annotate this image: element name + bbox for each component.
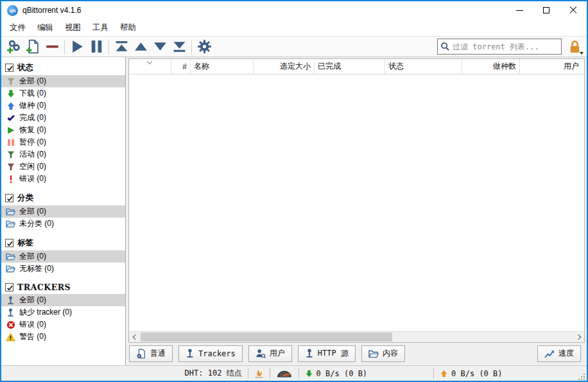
- scrollbar-track[interactable]: [140, 332, 573, 342]
- sidebar-item-label: 全部 (0): [19, 206, 46, 217]
- scroll-right-button[interactable]: [573, 332, 584, 342]
- column-header-peers[interactable]: 用户: [520, 59, 584, 74]
- column-label: #: [182, 62, 187, 71]
- pause-icon: [6, 137, 15, 147]
- sidebar-item-downloading[interactable]: 下载 (0): [1, 87, 125, 100]
- status-checkbox[interactable]: [5, 64, 13, 72]
- maximize-button[interactable]: [533, 1, 560, 19]
- sidebar-item-errored[interactable]: 错误 (0): [1, 173, 125, 185]
- triangle-top-bar-icon: [114, 39, 130, 55]
- close-button[interactable]: [560, 1, 587, 19]
- toolbar-separator: [108, 39, 109, 55]
- sidebar-item-label: 下载 (0): [19, 88, 46, 99]
- categories-checkbox[interactable]: [5, 194, 13, 202]
- alt-speed-toggle[interactable]: [276, 369, 293, 378]
- sidebar-item-status-all[interactable]: 全部 (0): [1, 75, 125, 87]
- maximize-icon: [543, 7, 549, 13]
- app-logo-icon: qb: [7, 5, 18, 16]
- pause-button[interactable]: [87, 38, 106, 56]
- upload-arrow-icon: [440, 369, 448, 378]
- move-top-button[interactable]: [112, 38, 131, 56]
- sidebar-item-inactive[interactable]: 空闲 (0): [1, 161, 125, 173]
- move-bottom-button[interactable]: [169, 38, 189, 56]
- column-header-number[interactable]: #: [171, 59, 191, 74]
- options-button[interactable]: [195, 38, 214, 56]
- speedometer-icon: [276, 369, 293, 378]
- tab-peers[interactable]: 用户: [248, 345, 292, 362]
- sidebar-item-active[interactable]: 活动 (0): [1, 148, 125, 161]
- column-header-name[interactable]: 名称: [191, 59, 254, 74]
- sidebar-item-label: 全部 (0): [19, 295, 46, 306]
- sidebar-item-uncategorized[interactable]: 未分类 (0): [1, 218, 125, 230]
- tab-trackers[interactable]: Trackers: [178, 345, 243, 362]
- sidebar-item-label: 活动 (0): [19, 149, 46, 160]
- categories-section-header: 分类: [1, 191, 125, 205]
- move-up-button[interactable]: [131, 38, 150, 56]
- sidebar-item-seeding[interactable]: 做种 (0): [1, 100, 125, 112]
- toolbar-separator: [64, 39, 65, 55]
- sidebar-section-tags: 标签 全部 (0) 无标签 (0): [1, 236, 125, 275]
- page-gear-icon: [136, 349, 146, 359]
- triangle-bottom-bar-icon: [171, 39, 187, 55]
- sidebar-item-label: 缺少 tracker (0): [19, 307, 72, 318]
- chain-plus-icon: [6, 39, 22, 55]
- tab-speed[interactable]: 速度: [537, 345, 581, 362]
- play-icon: [6, 125, 15, 135]
- minimize-button[interactable]: [506, 1, 533, 19]
- connection-status-icon: [254, 369, 264, 379]
- tab-http-sources[interactable]: HTTP 源: [298, 345, 356, 362]
- scroll-left-button[interactable]: [129, 332, 140, 342]
- sidebar-item-untagged[interactable]: 无标签 (0): [1, 263, 125, 275]
- column-header-status-icon[interactable]: [129, 59, 171, 74]
- menu-tools[interactable]: 工具: [87, 20, 114, 36]
- add-torrent-link-button[interactable]: [4, 38, 23, 56]
- trackers-checkbox[interactable]: [5, 283, 13, 291]
- column-label: 用户: [564, 61, 579, 72]
- menu-edit[interactable]: 编辑: [31, 20, 59, 36]
- column-header-seeds[interactable]: 做种数: [462, 59, 520, 74]
- sidebar-item-trackerless[interactable]: 缺少 tracker (0): [1, 306, 125, 318]
- tracker-antenna-icon: [6, 308, 15, 317]
- scrollbar-thumb[interactable]: [141, 333, 392, 342]
- torrent-list-empty-area[interactable]: [129, 74, 584, 331]
- resize-grip[interactable]: [577, 372, 585, 381]
- statusbar-separator: [248, 369, 248, 379]
- sidebar-item-category-all[interactable]: 全部 (0): [1, 205, 125, 218]
- delete-button[interactable]: [42, 38, 62, 56]
- sidebar-section-categories: 分类 全部 (0) 未分类 (0): [1, 191, 125, 230]
- folder-open-icon: [6, 264, 15, 273]
- sidebar-item-trackers-all[interactable]: 全部 (0): [1, 294, 125, 306]
- status-bar: DHT: 102 结点 0 B/s (0 B): [1, 365, 587, 381]
- section-title: 标签: [17, 238, 33, 248]
- lock-button[interactable]: [566, 39, 583, 55]
- sidebar-item-label: 完成 (0): [19, 112, 46, 123]
- close-icon: [569, 6, 577, 14]
- add-torrent-file-button[interactable]: [23, 38, 42, 56]
- tracker-antenna-icon: [6, 295, 15, 305]
- sidebar-item-tracker-warning[interactable]: 警告 (0): [1, 331, 125, 343]
- column-header-completed[interactable]: 已完成: [315, 59, 385, 74]
- dht-nodes-text: DHT: 102 结点: [185, 368, 242, 379]
- tab-general[interactable]: 普通: [129, 345, 173, 362]
- sidebar-item-tracker-error[interactable]: 错误 (0): [1, 318, 125, 331]
- sidebar-item-tag-all[interactable]: 全部 (0): [1, 250, 125, 263]
- tab-content[interactable]: 内容: [361, 345, 405, 362]
- move-down-button[interactable]: [150, 38, 169, 56]
- resume-button[interactable]: [67, 38, 87, 56]
- trackers-section-header: TRACKERS: [1, 281, 125, 294]
- menu-view[interactable]: 视图: [59, 20, 87, 36]
- tags-checkbox[interactable]: [5, 239, 13, 247]
- tracker-antenna-icon: [305, 349, 314, 358]
- sidebar-item-completed[interactable]: 完成 (0): [1, 112, 125, 124]
- download-arrow-icon: [305, 369, 313, 378]
- column-label: 选定大小: [280, 61, 311, 72]
- menu-file[interactable]: 文件: [4, 20, 31, 36]
- sidebar-item-resumed[interactable]: 恢复 (0): [1, 124, 125, 136]
- menu-help[interactable]: 帮助: [114, 20, 142, 36]
- column-header-status[interactable]: 状态: [385, 59, 462, 74]
- pause-icon: [89, 39, 105, 55]
- search-input[interactable]: [453, 42, 558, 51]
- sidebar-item-paused[interactable]: 暂停 (0): [1, 136, 125, 148]
- column-header-selected-size[interactable]: 选定大小: [254, 59, 315, 74]
- tab-label: 普通: [150, 348, 166, 359]
